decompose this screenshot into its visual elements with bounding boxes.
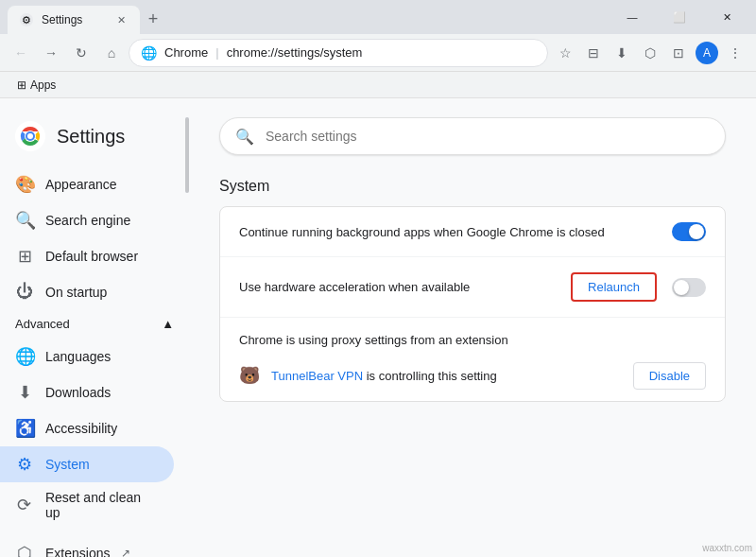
active-tab[interactable]: ⚙ Settings ✕ [8, 6, 140, 34]
system-icon: ⚙ [15, 454, 34, 475]
window-controls: — ⬜ ✕ [603, 0, 756, 34]
minimize-button[interactable]: — [610, 0, 654, 34]
advanced-section-header[interactable]: Advanced ▲ [0, 309, 189, 339]
sidebar-item-downloads[interactable]: ⬇ Downloads [0, 374, 174, 410]
main-container: Settings 🎨 Appearance 🔍 Search engine ⊞ … [0, 98, 756, 557]
sidebar-item-system[interactable]: ⚙ System [0, 446, 174, 482]
proxy-section-label: Chrome is using proxy settings from an e… [239, 333, 706, 347]
advanced-label: Advanced [15, 317, 70, 331]
on-startup-icon: ⏻ [15, 282, 34, 302]
back-button[interactable]: ← [8, 40, 34, 66]
disable-button[interactable]: Disable [633, 362, 706, 390]
proxy-extension-icon: 🐻 [239, 365, 262, 388]
address-favicon: 🌐 [141, 45, 157, 61]
proxy-label-row: Chrome is using proxy settings from an e… [220, 318, 725, 351]
sidebar-item-label-system: System [45, 457, 90, 472]
address-url: chrome://settings/system [227, 45, 363, 60]
search-icon: 🔍 [235, 128, 254, 146]
home-button[interactable]: ⌂ [98, 40, 125, 66]
apps-label: Apps [30, 78, 56, 92]
sidebar-item-accessibility[interactable]: ♿ Accessibility [0, 410, 174, 446]
sidebar-scrollbar-thumb [185, 117, 189, 193]
sidebar-item-appearance[interactable]: 🎨 Appearance [0, 166, 174, 202]
svg-point-6 [27, 133, 33, 139]
content-area: 🔍 System Continue running background app… [189, 98, 756, 557]
bookmarks-bar: ⊞ Apps [0, 72, 756, 98]
sidebar-item-reset[interactable]: ⟳ Reset and clean up [0, 482, 174, 528]
apps-item[interactable]: ⊞ Apps [11, 77, 61, 94]
cast-button[interactable]: ⊡ [665, 40, 692, 66]
tunnel-bear-link[interactable]: TunnelBear VPN [271, 369, 363, 383]
background-apps-row: Continue running background apps when Go… [220, 207, 725, 257]
hardware-accel-row: Use hardware acceleration when available… [220, 257, 725, 318]
advanced-collapse-icon: ▲ [162, 317, 174, 331]
forward-button[interactable]: → [38, 40, 64, 66]
sidebar-item-label-reset: Reset and clean up [45, 490, 159, 520]
relaunch-button[interactable]: Relaunch [571, 272, 657, 302]
background-apps-label: Continue running background apps when Go… [239, 225, 672, 239]
close-button[interactable]: ✕ [705, 0, 748, 34]
new-tab-button[interactable]: + [140, 6, 166, 32]
sidebar-item-label-appearance: Appearance [45, 177, 117, 192]
address-separator: | [215, 45, 218, 60]
sidebar-item-search-engine[interactable]: 🔍 Search engine [0, 202, 174, 238]
background-apps-control [672, 222, 706, 241]
tab-title: Settings [42, 13, 106, 26]
default-browser-icon: ⊞ [15, 246, 34, 267]
downloads-icon: ⬇ [15, 382, 34, 403]
address-bar[interactable]: 🌐 Chrome | chrome://settings/system [129, 39, 548, 67]
address-site: Chrome [164, 45, 208, 60]
sidebar: Settings 🎨 Appearance 🔍 Search engine ⊞ … [0, 98, 189, 557]
appearance-icon: 🎨 [15, 174, 34, 195]
background-apps-toggle[interactable] [672, 222, 706, 241]
search-engine-icon: 🔍 [15, 210, 34, 231]
restore-button[interactable]: ⬜ [658, 0, 701, 34]
sidebar-item-label-downloads: Downloads [45, 385, 111, 400]
tab-strip: ⚙ Settings ✕ + [0, 0, 603, 34]
sidebar-item-label-browser: Default browser [45, 249, 138, 264]
titlebar: ⚙ Settings ✕ + — ⬜ ✕ [0, 0, 756, 34]
tab-search-button[interactable]: ⊟ [580, 40, 607, 66]
search-input[interactable] [266, 129, 710, 144]
sidebar-item-label-search: Search engine [45, 213, 130, 228]
sidebar-header: Settings [0, 113, 189, 166]
sidebar-item-languages[interactable]: 🌐 Languages [0, 339, 174, 374]
chrome-logo [15, 121, 45, 151]
nav-actions: ☆ ⊟ ⬇ ⬡ ⊡ A ⋮ [552, 40, 748, 66]
hardware-accel-control: Relaunch [571, 272, 706, 302]
hardware-accel-label: Use hardware acceleration when available [239, 280, 571, 294]
sidebar-item-label-extensions: Extensions [45, 546, 110, 557]
proxy-description: is controlling this setting [363, 369, 497, 383]
extensions-button[interactable]: ⬡ [637, 40, 663, 66]
bookmark-button[interactable]: ☆ [552, 40, 578, 66]
profile-button[interactable]: A [696, 42, 718, 64]
menu-button[interactable]: ⋮ [722, 40, 748, 66]
tab-favicon: ⚙ [19, 12, 34, 27]
sidebar-title: Settings [57, 126, 125, 148]
sidebar-item-label-startup: On startup [45, 285, 107, 300]
languages-icon: 🌐 [15, 346, 34, 367]
proxy-row: 🐻 TunnelBear VPN is controlling this set… [220, 351, 725, 401]
sidebar-item-label-accessibility: Accessibility [45, 421, 117, 436]
search-bar[interactable]: 🔍 [219, 117, 726, 155]
watermark: waxxtn.com [702, 543, 752, 553]
tab-close-button[interactable]: ✕ [113, 12, 129, 27]
sidebar-item-extensions[interactable]: ⬡ Extensions ↗ [0, 535, 174, 557]
proxy-text: TunnelBear VPN is controlling this setti… [271, 369, 497, 383]
accessibility-icon: ♿ [15, 418, 34, 439]
section-title: System [219, 178, 726, 195]
system-settings-card: Continue running background apps when Go… [219, 206, 726, 402]
reset-icon: ⟳ [15, 495, 34, 515]
sidebar-item-on-startup[interactable]: ⏻ On startup [0, 274, 174, 309]
external-link-icon: ↗ [121, 547, 130, 557]
proxy-info: 🐻 TunnelBear VPN is controlling this set… [239, 365, 497, 388]
sidebar-item-label-languages: Languages [45, 349, 111, 364]
extensions-icon: ⬡ [15, 543, 34, 557]
hardware-accel-toggle[interactable] [672, 278, 706, 297]
navbar: ← → ↻ ⌂ 🌐 Chrome | chrome://settings/sys… [0, 34, 756, 72]
download-button[interactable]: ⬇ [609, 40, 635, 66]
apps-icon: ⊞ [17, 78, 26, 92]
svg-text:⚙: ⚙ [22, 14, 31, 26]
sidebar-item-default-browser[interactable]: ⊞ Default browser [0, 238, 174, 274]
reload-button[interactable]: ↻ [68, 40, 94, 66]
